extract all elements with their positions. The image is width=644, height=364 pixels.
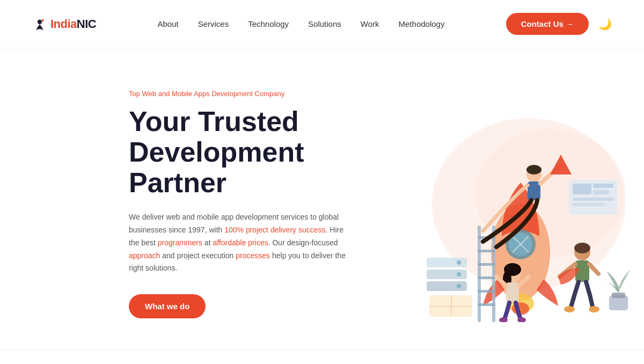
dark-mode-toggle[interactable]: 🌙 [598, 18, 612, 31]
nav-solutions[interactable]: Solutions [308, 19, 341, 28]
svg-point-0 [38, 19, 42, 24]
hero-title: Your Trusted Development Partner [129, 106, 354, 199]
svg-rect-16 [478, 276, 495, 279]
svg-rect-15 [478, 263, 495, 266]
svg-rect-50 [429, 306, 472, 307]
svg-point-30 [574, 243, 590, 253]
svg-point-44 [457, 272, 461, 276]
nav-services[interactable]: Services [198, 19, 229, 28]
hero-content: Top Web and Mobile Apps Development Comp… [129, 90, 354, 319]
what-we-do-button[interactable]: What we do [129, 294, 206, 318]
hero-description: We deliver web and mobile app developmen… [129, 211, 354, 275]
svg-point-1 [42, 19, 44, 21]
svg-rect-36 [593, 184, 613, 188]
clients-bar: ضمان Daman. AstraZeneca vfs V [0, 349, 644, 364]
hero-tagline: Top Web and Mobile Apps Development Comp… [129, 90, 354, 98]
logo-text: IndiaNIC [50, 17, 96, 31]
svg-rect-38 [573, 198, 613, 201]
svg-point-43 [457, 260, 461, 265]
svg-rect-11 [478, 225, 481, 322]
svg-rect-47 [612, 293, 625, 298]
logo[interactable]: IndiaNIC [32, 17, 96, 32]
svg-point-32 [564, 306, 575, 312]
svg-point-20 [526, 165, 541, 174]
contact-us-button[interactable]: Contact Us → [506, 13, 589, 35]
svg-rect-18 [478, 303, 495, 306]
svg-rect-12 [492, 225, 495, 322]
nav-about[interactable]: About [157, 19, 178, 28]
nav-methodology[interactable]: Methodology [399, 19, 445, 28]
site-header: IndiaNIC About Services Technology Solut… [0, 0, 644, 48]
svg-rect-14 [478, 250, 495, 252]
nav-technology[interactable]: Technology [248, 19, 289, 28]
hero-section: Top Web and Mobile Apps Development Comp… [0, 48, 644, 349]
main-nav: About Services Technology Solutions Work… [157, 19, 444, 28]
svg-rect-39 [573, 203, 605, 206]
hero-svg-illustration [368, 86, 636, 322]
svg-point-33 [589, 306, 599, 312]
svg-rect-17 [478, 290, 495, 293]
header-right: Contact Us → 🌙 [506, 13, 612, 35]
svg-rect-37 [593, 190, 609, 194]
svg-rect-35 [573, 184, 591, 194]
hero-illustration [354, 81, 644, 327]
svg-point-45 [457, 284, 461, 288]
nav-work[interactable]: Work [361, 19, 379, 28]
